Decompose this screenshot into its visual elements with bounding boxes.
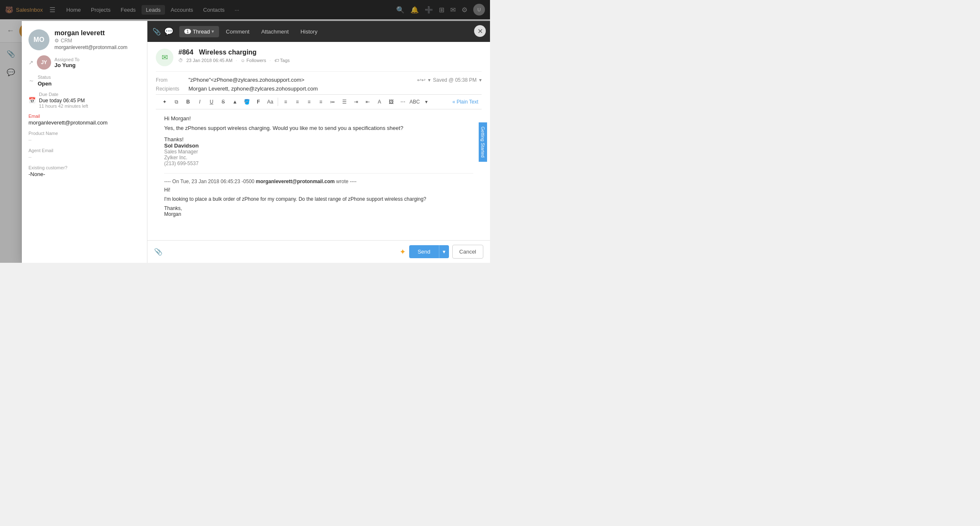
saved-dropdown-icon[interactable]: ▾: [479, 77, 482, 83]
toolbar-image-btn[interactable]: 🖼: [386, 96, 397, 107]
due-date-row: 📅 Due Date Due today 06:45 PM 11 hours 4…: [28, 92, 140, 109]
modal-left-panel: MO morgan leverett ⚙ CRM morganleverett@…: [22, 21, 147, 263]
quoted-thanks: Thanks,Morgan: [164, 205, 473, 217]
toolbar-align-left-btn[interactable]: ≡: [280, 96, 291, 107]
toolbar-format-btn[interactable]: Aa: [265, 96, 276, 107]
toolbar-abc-dropdown-btn[interactable]: ▾: [421, 96, 432, 107]
product-name-label: Product Name: [28, 131, 140, 136]
reply-dropdown-icon[interactable]: ▾: [428, 77, 431, 83]
email-field-label: Email: [28, 114, 140, 119]
quoted-hi: Hi!: [164, 187, 473, 193]
toolbar-highlight-btn[interactable]: ▲: [230, 96, 240, 107]
due-icon: 📅: [28, 97, 36, 104]
toolbar-bullet-list-btn[interactable]: ≔: [327, 96, 338, 107]
agent-email-row: Agent Email –: [28, 148, 140, 160]
status-value: Open: [38, 80, 52, 87]
getting-started-tab[interactable]: Getting Started: [479, 122, 487, 162]
recipients-value: Morgan Leverett, zphone@zylcares.zohosup…: [188, 86, 482, 92]
editor-signature: Thanks! Sol Davidson Sales Manager Zylke…: [164, 136, 473, 166]
toolbar-italic-btn[interactable]: I: [194, 96, 205, 107]
assigned-icon: ↗: [28, 59, 34, 66]
editor-content[interactable]: Hi Morgan! Yes, the zPhones support wire…: [156, 109, 482, 223]
email-subject-title: #864 Wireless charging: [178, 49, 482, 56]
assigned-person-avatar: JY: [37, 55, 51, 70]
contact-avatar: MO: [28, 29, 49, 50]
reply-icon[interactable]: ↩↩: [417, 77, 426, 83]
tags-tag[interactable]: 🏷 Tags: [274, 58, 290, 63]
quoted-header: ---- On Tue, 23 Jan 2018 06:45:23 -0500 …: [164, 179, 473, 184]
toolbar-copy-btn[interactable]: ⧉: [171, 96, 182, 107]
toolbar-align-right-btn[interactable]: ≡: [304, 96, 315, 107]
footer-attach-icon[interactable]: 📎: [154, 248, 162, 256]
toolbar-indent-btn[interactable]: ⇥: [351, 96, 361, 107]
email-view: ✉ #864 Wireless charging ⏱ 23 Jan 2018 0…: [147, 42, 490, 240]
status-label: Status: [38, 75, 52, 80]
tab-attachment[interactable]: Attachment: [256, 26, 294, 37]
sig-phone: (213) 699-5537: [164, 161, 473, 166]
email-subject: Wireless charging: [199, 49, 257, 56]
editor-greeting: Hi Morgan!: [164, 115, 473, 122]
send-button-group: Send ▾: [409, 245, 449, 258]
tab-history[interactable]: History: [295, 26, 322, 37]
send-dropdown-icon[interactable]: ▾: [439, 245, 449, 258]
contact-name: morgan leverett: [54, 29, 127, 37]
toolbar-abc-btn[interactable]: ABC: [409, 96, 420, 107]
tab-chat-icon[interactable]: 💬: [164, 27, 173, 36]
toolbar-separator-1: [278, 98, 278, 106]
email-row: Email morganleverett@protonmail.com: [28, 114, 140, 126]
due-date-value: Due today 06:45 PM: [39, 98, 88, 104]
toolbar-align-justify-btn[interactable]: ≡: [315, 96, 326, 107]
plain-text-toggle[interactable]: « Plain Text: [452, 99, 478, 105]
from-value: "zPhone"<zPhone@zylcares.zohosupport.com…: [188, 77, 414, 83]
thread-badge: 1: [184, 29, 191, 34]
agent-email-label: Agent Email: [28, 148, 140, 153]
toolbar-align-center-btn[interactable]: ≡: [292, 96, 303, 107]
quoted-message: I'm looking to place a bulk order of zPh…: [164, 196, 473, 202]
existing-customer-value: -None-: [28, 171, 140, 177]
toolbar-magic-btn[interactable]: ✦: [159, 96, 170, 107]
close-icon[interactable]: ✕: [474, 25, 486, 37]
tab-thread[interactable]: 1 Thread ▾: [179, 26, 219, 37]
toolbar-underline-btn[interactable]: U: [206, 96, 217, 107]
email-envelope-icon: ✉: [156, 49, 173, 66]
modal-tabs: 📎 💬 1 Thread ▾ Comment Attachment Histor…: [147, 21, 490, 42]
cancel-button[interactable]: Cancel: [452, 245, 483, 259]
send-button[interactable]: Send: [409, 245, 438, 258]
toolbar-font-btn[interactable]: F: [253, 96, 264, 107]
status-icon: ～: [28, 77, 34, 85]
followers-tag[interactable]: ☺ Followers: [240, 58, 266, 63]
product-name-value: –: [28, 137, 140, 143]
modal-right-panel: 📎 💬 1 Thread ▾ Comment Attachment Histor…: [147, 21, 490, 263]
contact-header: MO morgan leverett ⚙ CRM morganleverett@…: [28, 29, 140, 50]
assigned-label: Assigned To: [54, 57, 80, 62]
assigned-name: Jo Yung: [54, 62, 80, 68]
product-name-row: Product Name –: [28, 131, 140, 143]
tags-icon: 🏷: [274, 58, 279, 63]
editor-quoted: ---- On Tue, 23 Jan 2018 06:45:23 -0500 …: [164, 173, 473, 217]
tab-comment[interactable]: Comment: [221, 26, 254, 37]
toolbar-strikethrough-btn[interactable]: S: [218, 96, 229, 107]
toolbar-text-color-btn[interactable]: A: [374, 96, 385, 107]
status-row: ～ Status Open: [28, 75, 140, 87]
main-area: 📎 💬 Info Timeline RELATED INFO Notes Att…: [0, 43, 490, 263]
footer-ai-icon[interactable]: ✦: [400, 247, 406, 257]
toolbar-more-btn[interactable]: ⋯: [397, 96, 408, 107]
agent-email-value: –: [28, 154, 140, 160]
editor-toolbar: ✦ ⧉ B I U S ▲ 🪣 F Aa ≡ ≡ ≡ ≡ ≔ ☰: [156, 94, 482, 109]
toolbar-bold-btn[interactable]: B: [183, 96, 193, 107]
toolbar-numbered-list-btn[interactable]: ☰: [339, 96, 350, 107]
crm-icon: ⚙: [54, 38, 59, 44]
email-field-value: morganleverett@protonmail.com: [28, 119, 140, 126]
tags-label: Tags: [280, 58, 290, 63]
tab-attach-icon[interactable]: 📎: [152, 28, 161, 36]
from-row: From "zPhone"<zPhone@zylcares.zohosuppor…: [156, 77, 482, 83]
sig-name: Sol Davidson: [164, 143, 473, 149]
toolbar-paint-btn[interactable]: 🪣: [241, 96, 252, 107]
contact-crm: ⚙ CRM: [54, 38, 127, 44]
thread-dropdown-icon[interactable]: ▾: [211, 29, 214, 34]
sig-title: Sales Manager: [164, 149, 473, 155]
toolbar-outdent-btn[interactable]: ⇤: [362, 96, 373, 107]
editor-body-text: Yes, the zPhones support wireless chargi…: [164, 125, 473, 131]
email-number: #864: [178, 49, 193, 56]
email-meta: ⏱ 23 Jan 2018 06:45 AM · ☺ Followers · 🏷…: [178, 58, 482, 63]
